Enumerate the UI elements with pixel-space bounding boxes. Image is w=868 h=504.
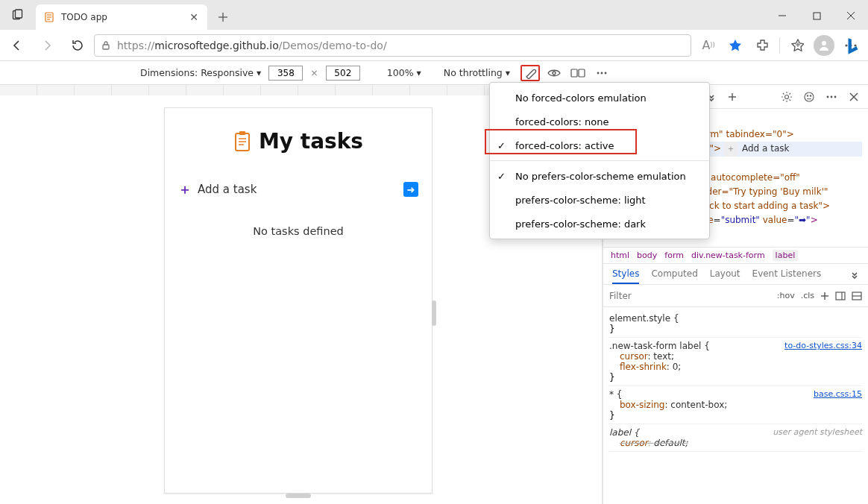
svg-rect-20 [571, 69, 577, 77]
close-window-button[interactable] [834, 1, 868, 30]
rendering-emulation-button[interactable] [521, 65, 540, 81]
svg-point-40 [831, 95, 833, 98]
dimensions-dropdown[interactable]: Dimensions: Responsive ▾ [140, 67, 261, 78]
empty-state: No tasks defined [178, 225, 418, 237]
lock-icon [101, 40, 111, 51]
collections-icon[interactable] [784, 33, 810, 58]
throttling-dropdown[interactable]: No throttling ▾ [444, 67, 510, 78]
plus-icon: ＋ [178, 180, 192, 198]
add-task-input[interactable]: ＋ Add a task ➜ [178, 180, 418, 198]
style-rule[interactable]: element.style { } [609, 310, 862, 338]
close-devtools-icon[interactable] [844, 87, 864, 107]
back-button[interactable] [4, 33, 30, 58]
submit-task-button[interactable]: ➜ [403, 182, 418, 197]
emulated-viewport[interactable]: My tasks ＋ Add a task ➜ No tasks defined [164, 107, 433, 494]
add-task-label: Add a task [198, 183, 257, 196]
svg-point-36 [805, 92, 814, 101]
favorite-icon[interactable] [723, 33, 748, 58]
url-text: https://microsoftedge.github.io/Demos/de… [117, 40, 387, 51]
browser-tab[interactable]: TODO app ✕ [36, 4, 207, 30]
svg-point-22 [597, 72, 600, 74]
styles-filter-row: :hov .cls [603, 285, 868, 307]
more-styles-tabs-icon[interactable] [850, 270, 859, 279]
svg-point-39 [827, 95, 829, 98]
svg-point-19 [553, 72, 556, 75]
svg-rect-26 [239, 131, 245, 135]
toolbar-right: A)) [696, 33, 864, 58]
window-controls [765, 1, 868, 30]
menu-item-no-forced-colors[interactable]: No forced-colors emulation [490, 86, 709, 110]
svg-point-38 [810, 95, 811, 95]
clipboard-icon [233, 131, 251, 152]
svg-point-41 [834, 95, 837, 98]
profile-avatar[interactable] [811, 33, 837, 58]
menu-item-color-scheme-dark[interactable]: prefers-color-scheme: dark [490, 212, 709, 236]
svg-point-23 [601, 72, 603, 74]
checkmark-icon: ✓ [497, 171, 506, 182]
resize-handle-right[interactable] [432, 300, 436, 326]
svg-rect-1 [16, 10, 22, 18]
forward-button [34, 33, 60, 58]
read-aloud-icon[interactable]: A)) [696, 33, 721, 58]
minimize-button[interactable] [765, 1, 799, 30]
dimension-x: × [310, 67, 318, 78]
svg-rect-46 [836, 292, 845, 300]
style-rule[interactable]: user agent stylesheet label { cursor: de… [609, 424, 862, 452]
device-posture-icon[interactable] [568, 65, 588, 81]
media-emulation-icon[interactable] [544, 65, 564, 81]
hov-toggle[interactable]: :hov [777, 291, 795, 300]
resize-handle-bottom[interactable] [286, 494, 311, 498]
styles-filter-input[interactable] [603, 291, 777, 301]
tab-actions-icon[interactable] [0, 0, 36, 30]
extensions-icon[interactable] [749, 33, 775, 58]
maximize-button[interactable] [799, 1, 834, 30]
computed-sidebar-icon[interactable] [835, 292, 846, 300]
bing-sidebar-icon[interactable] [841, 34, 865, 58]
device-more-icon[interactable] [592, 65, 611, 81]
browser-toolbar: https://microsoftedge.github.io/Demos/de… [0, 30, 868, 61]
rendering-emulation-menu: No forced-colors emulation forced-colors… [489, 82, 710, 239]
highlight-annotation [485, 129, 637, 154]
svg-point-15 [822, 41, 826, 45]
new-tab-button[interactable] [212, 6, 234, 28]
layout-sidebar-icon[interactable] [852, 292, 862, 300]
device-toolbar: Dimensions: Responsive ▾ × 100% ▾ No thr… [0, 61, 868, 85]
menu-item-color-scheme-light[interactable]: prefers-color-scheme: light [490, 188, 709, 212]
refresh-button[interactable] [64, 33, 89, 58]
tab-title: TODO app [61, 12, 182, 22]
zoom-dropdown[interactable]: 100% ▾ [387, 67, 421, 78]
svg-point-35 [785, 95, 789, 98]
styles-tab[interactable]: Styles [612, 264, 639, 284]
dom-breadcrumb[interactable]: html body form div.new-task-form label [603, 248, 868, 264]
svg-rect-9 [814, 13, 820, 19]
style-rule[interactable]: to-do-styles.css:34 .new-task-form label… [609, 338, 862, 386]
menu-item-no-color-scheme[interactable]: ✓No prefers-color-scheme emulation [490, 164, 709, 188]
svg-rect-21 [579, 69, 585, 77]
settings-icon[interactable] [777, 87, 796, 107]
svg-rect-12 [103, 45, 109, 49]
close-tab-icon[interactable]: ✕ [188, 11, 200, 23]
styles-tabstrip: Styles Computed Layout Event Listeners [603, 264, 868, 285]
new-rule-icon[interactable] [820, 292, 829, 300]
event-listeners-tab[interactable]: Event Listeners [752, 264, 822, 284]
browser-titlebar: TODO app ✕ [0, 0, 868, 30]
svg-point-37 [807, 95, 808, 95]
new-tab-icon[interactable] [723, 87, 742, 107]
style-rule[interactable]: base.css:15 * { box-sizing: content-box;… [609, 386, 862, 424]
cls-toggle[interactable]: .cls [801, 291, 814, 300]
feedback-icon[interactable] [799, 87, 819, 107]
styles-rules[interactable]: element.style { } to-do-styles.css:34 .n… [603, 307, 868, 455]
svg-point-24 [605, 72, 607, 74]
address-bar[interactable]: https://microsoftedge.github.io/Demos/de… [94, 34, 691, 57]
computed-tab[interactable]: Computed [651, 264, 697, 284]
width-input[interactable] [268, 66, 303, 81]
favicon-icon [43, 11, 55, 23]
devtools-more-icon[interactable] [822, 87, 841, 107]
height-input[interactable] [326, 66, 360, 81]
menu-separator [490, 160, 709, 161]
layout-tab[interactable]: Layout [710, 264, 740, 284]
page-title: My tasks [178, 129, 418, 154]
